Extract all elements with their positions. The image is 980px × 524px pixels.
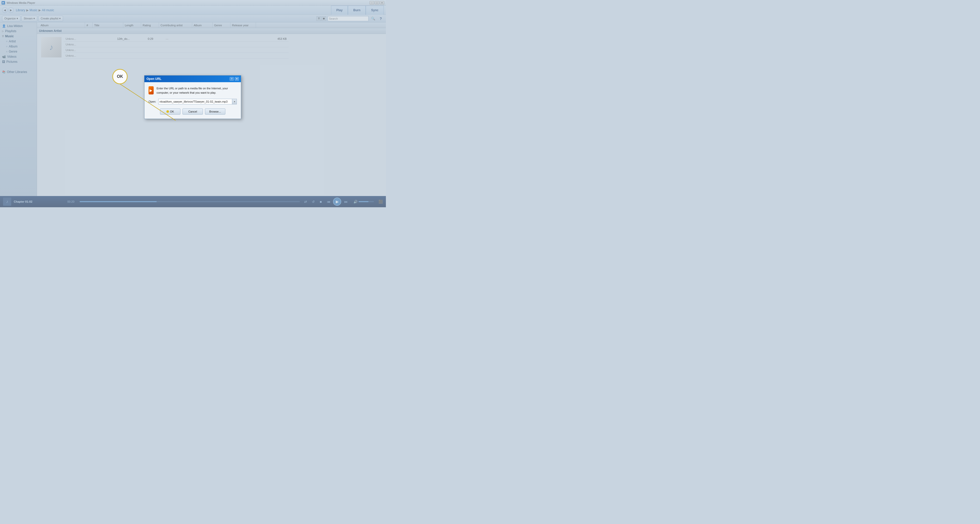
dialog-overlay: OK Open URL ? ✕ ▶ Enter the URL or path … [0,0,386,207]
dialog-title: Open URL [146,77,162,81]
dialog-help-button[interactable]: ? [230,77,234,81]
dialog-message-row: ▶ Enter the URL or path to a media file … [148,86,237,95]
dialog-open-label: Open: [148,100,156,103]
dialog-browse-button[interactable]: Browse... [205,108,225,115]
wmp-icon: ▶ [148,86,154,94]
dialog-close-button[interactable]: ✕ [235,77,239,81]
ok-dot-icon [166,110,169,113]
dialog-ok-button[interactable]: OK [160,108,180,115]
dialog-browse-label: Browse... [209,110,221,113]
dialog-body: ▶ Enter the URL or path to a media file … [145,82,241,119]
ok-annotation-circle: OK [112,69,127,84]
dialog-message: Enter the URL or path to a media file on… [157,86,237,95]
dialog-input-row: Open: nload/tom_sawyer_librivox/TSawyer_… [148,99,237,104]
dialog-url-dropdown[interactable]: ▾ [232,99,237,104]
ok-annotation-label: OK [117,74,123,79]
dialog-url-value: nload/tom_sawyer_librivox/TSawyer_01-02_… [159,100,228,103]
dialog-title-controls: ? ✕ [230,77,239,81]
dialog-buttons: OK Cancel Browse... [148,108,237,115]
dialog-ok-label: OK [170,110,174,113]
open-url-dialog: Open URL ? ✕ ▶ Enter the URL or path to … [144,75,241,119]
dialog-url-input[interactable]: nload/tom_sawyer_librivox/TSawyer_01-02_… [158,99,232,104]
dialog-titlebar: Open URL ? ✕ [145,76,241,82]
dialog-cancel-label: Cancel [188,110,197,113]
dialog-cancel-button[interactable]: Cancel [183,108,203,115]
